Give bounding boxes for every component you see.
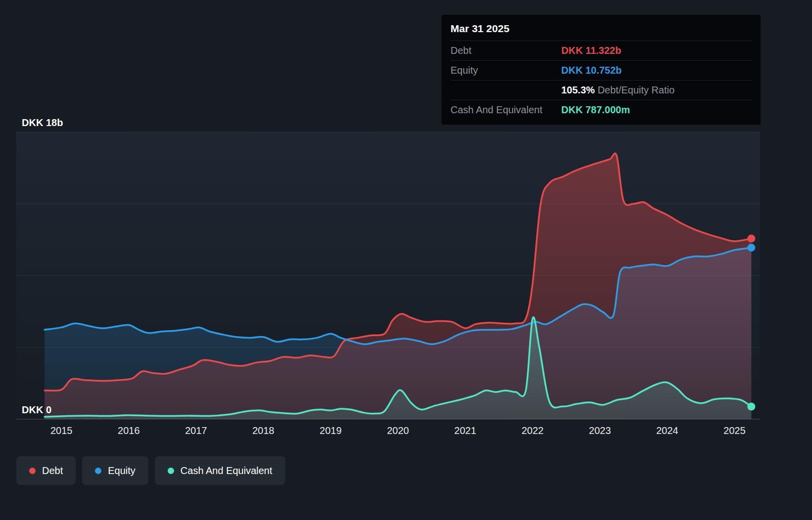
equity-legend-label: Equity bbox=[108, 465, 135, 477]
x-tick-label: 2015 bbox=[50, 425, 73, 436]
tooltip: Mar 31 2025 Debt DKK 11.322b Equity DKK … bbox=[442, 15, 761, 125]
tooltip-ratio-value: 105.3% bbox=[561, 85, 595, 95]
x-tick-label: 2025 bbox=[723, 425, 746, 436]
tooltip-cash-row: Cash And Equivalent DKK 787.000m bbox=[451, 100, 752, 120]
tooltip-equity-row: Equity DKK 10.752b bbox=[451, 60, 752, 80]
legend-item-debt[interactable]: Debt bbox=[16, 456, 76, 485]
tooltip-equity-label: Equity bbox=[451, 65, 561, 76]
debt-legend-label: Debt bbox=[42, 465, 63, 477]
tooltip-debt-row: Debt DKK 11.322b bbox=[451, 41, 752, 60]
cash-legend-label: Cash And Equivalent bbox=[180, 465, 272, 477]
tooltip-cash-label: Cash And Equivalent bbox=[451, 104, 561, 116]
x-tick-label: 2020 bbox=[387, 425, 409, 436]
endpoint-dot-debt bbox=[747, 235, 755, 243]
tooltip-ratio-row: 105.3% Debt/Equity Ratio bbox=[451, 80, 752, 100]
x-tick-label: 2021 bbox=[454, 425, 477, 436]
endpoint-dot-equity bbox=[747, 244, 755, 252]
x-tick-label: 2019 bbox=[319, 425, 342, 436]
equity-legend-dot-icon bbox=[95, 468, 101, 474]
x-tick-label: 2018 bbox=[252, 425, 274, 436]
tooltip-debt-value: DKK 11.322b bbox=[561, 45, 752, 56]
x-tick-label: 2023 bbox=[589, 425, 611, 436]
y-axis-label: DKK 18b bbox=[22, 117, 63, 128]
x-tick-label: 2016 bbox=[118, 425, 140, 436]
tooltip-cash-value: DKK 787.000m bbox=[561, 104, 752, 116]
cash-legend-dot-icon bbox=[168, 468, 174, 474]
tooltip-equity-value: DKK 10.752b bbox=[561, 65, 752, 76]
x-tick-label: 2017 bbox=[185, 425, 207, 436]
tooltip-debt-label: Debt bbox=[451, 45, 561, 56]
tooltip-ratio: 105.3% Debt/Equity Ratio bbox=[561, 85, 752, 96]
x-tick-label: 2022 bbox=[522, 425, 544, 436]
debt-legend-dot-icon bbox=[29, 468, 36, 474]
x-tick-label: 2024 bbox=[656, 425, 678, 436]
endpoint-dot-cash bbox=[747, 403, 755, 411]
legend: Debt Equity Cash And Equivalent bbox=[16, 456, 285, 485]
legend-item-cash[interactable]: Cash And Equivalent bbox=[155, 456, 285, 485]
tooltip-ratio-label: Debt/Equity Ratio bbox=[597, 85, 675, 95]
y-axis-label: DKK 0 bbox=[22, 404, 51, 415]
legend-item-equity[interactable]: Equity bbox=[82, 456, 148, 485]
debt-equity-chart-page: 2015201620172018201920202021202220232024… bbox=[0, 0, 812, 520]
tooltip-date: Mar 31 2025 bbox=[451, 22, 752, 41]
